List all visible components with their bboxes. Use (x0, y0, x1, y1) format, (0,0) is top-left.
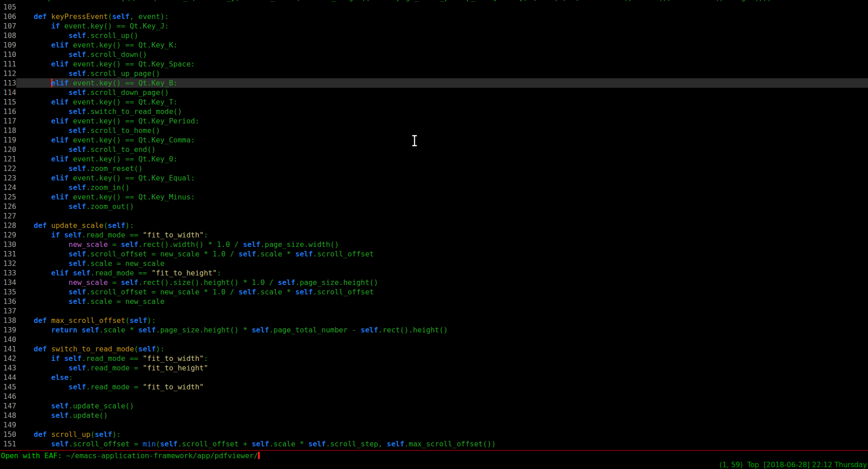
code-text: self.scroll_up() (16, 31, 868, 40)
code-text: elif event.key() == Qt.Key_Period: (16, 116, 868, 126)
code-line-111[interactable]: 111 elif event.key() == Qt.Key_Space: (0, 59, 868, 69)
line-number: 131 (0, 249, 16, 259)
code-line-135[interactable]: 135 self.scroll_offset = new_scale * 1.0… (0, 287, 868, 297)
code-line-114[interactable]: 114 self.scroll_down_page() (0, 88, 868, 97)
code-text: def update_scale(self): (16, 221, 868, 230)
code-line-117[interactable]: 117 elif event.key() == Qt.Key_Period: (0, 116, 868, 126)
code-line-137[interactable]: 137 (0, 306, 868, 316)
code-line-120[interactable]: 120 self.scroll_to_end() (0, 145, 868, 154)
code-line-123[interactable]: 123 elif event.key() == Qt.Key_Equal: (0, 173, 868, 183)
code-line-113[interactable]: 113 elif event.key() == Qt.Key_B: (0, 78, 868, 88)
code-text: self.update_scale() (16, 401, 868, 411)
code-line-148[interactable]: 148 self.update() (0, 411, 868, 420)
code-line-128[interactable]: 128 def update_scale(self): (0, 221, 868, 230)
minibuffer-prompt: Open with EAF: (1, 451, 67, 460)
code-text: if self.read_mode == "fit_to_width": (16, 354, 868, 363)
code-line-130[interactable]: 130 new_scale = self.rect().width() * 1.… (0, 240, 868, 249)
code-text (16, 335, 868, 344)
line-number: 135 (0, 287, 16, 297)
code-text: self.scroll_offset = min(self.scroll_off… (16, 439, 868, 449)
code-text: self.read_mode = "fit_to_width" (16, 382, 868, 392)
code-line-112[interactable]: 112 self.scroll_up_page() (0, 69, 868, 78)
code-text: self.zoom_reset() (16, 164, 868, 173)
code-text: def keyPressEvent(self, event): (16, 12, 868, 21)
line-number: 129 (0, 230, 16, 240)
line-number: 145 (0, 382, 16, 392)
minibuffer-input-value[interactable]: ~/emacs-application-framework/app/pdfvie… (67, 451, 258, 460)
line-number: 121 (0, 154, 16, 164)
line-number: 111 (0, 59, 16, 69)
line-number: 133 (0, 268, 16, 278)
code-line-132[interactable]: 132 self.scale = new_scale (0, 259, 868, 268)
line-number: 137 (0, 306, 16, 316)
code-text: elif event.key() == Qt.Key_0: (16, 154, 868, 164)
code-line-151[interactable]: 151 self.scroll_offset = min(self.scroll… (0, 439, 868, 449)
code-line-106[interactable]: 106 def keyPressEvent(self, event): (0, 12, 868, 21)
code-text: new_scale = self.rect().size().height() … (16, 278, 868, 287)
code-line-116[interactable]: 116 self.switch_to_read_mode() (0, 107, 868, 116)
code-line-143[interactable]: 143 self.read_mode = "fit_to_height" (0, 363, 868, 373)
code-text: new_scale = self.rect().width() * 1.0 / … (16, 240, 868, 249)
code-text: self.scroll_down() (16, 50, 868, 59)
code-line-105[interactable]: 105 (0, 2, 868, 12)
code-line-125[interactable]: 125 elif event.key() == Qt.Key_Minus: (0, 192, 868, 202)
code-text: elif event.key() == Qt.Key_B: (16, 78, 868, 88)
line-number: 149 (0, 420, 16, 430)
code-line-119[interactable]: 119 elif event.key() == Qt.Key_Comma: (0, 135, 868, 145)
code-line-145[interactable]: 145 self.read_mode = "fit_to_width" (0, 382, 868, 392)
line-number: 147 (0, 401, 16, 411)
line-number: 119 (0, 135, 16, 145)
code-text: if self.read_mode == "fit_to_width": (16, 230, 868, 240)
line-number: 105 (0, 2, 16, 12)
code-text: elif self.read_mode == "fit_to_height": (16, 268, 868, 278)
line-number: 108 (0, 31, 16, 40)
code-line-115[interactable]: 115 elif event.key() == Qt.Key_T: (0, 97, 868, 107)
code-text (16, 2, 868, 12)
code-line-127[interactable]: 127 (0, 211, 868, 221)
line-number: 144 (0, 373, 16, 382)
minibuffer[interactable]: Open with EAF: ~/emacs-application-frame… (0, 451, 868, 460)
code-line-131[interactable]: 131 self.scroll_offset = new_scale * 1.0… (0, 249, 868, 259)
code-line-118[interactable]: 118 self.scroll_to_home() (0, 126, 868, 135)
code-line-149[interactable]: 149 (0, 420, 868, 430)
code-line-150[interactable]: 150 def scroll_up(self): (0, 430, 868, 439)
code-line-141[interactable]: 141 def switch_to_read_mode(self): (0, 344, 868, 354)
line-number: 148 (0, 411, 16, 420)
code-text: elif event.key() == Qt.Key_Comma: (16, 135, 868, 145)
code-line-122[interactable]: 122 self.zoom_reset() (0, 164, 868, 173)
line-number: 118 (0, 126, 16, 135)
line-number: 151 (0, 439, 16, 449)
code-line-146[interactable]: 146 (0, 392, 868, 401)
code-line-134[interactable]: 134 new_scale = self.rect().size().heigh… (0, 278, 868, 287)
code-line-129[interactable]: 129 if self.read_mode == "fit_to_width": (0, 230, 868, 240)
line-number: 109 (0, 40, 16, 50)
code-line-144[interactable]: 144 else: (0, 373, 868, 382)
code-text (16, 420, 868, 430)
code-text (16, 392, 868, 401)
code-line-126[interactable]: 126 self.zoom_out() (0, 202, 868, 211)
code-line-109[interactable]: 109 elif event.key() == Qt.Key_K: (0, 40, 868, 50)
code-line-136[interactable]: 136 self.scale = new_scale (0, 297, 868, 306)
code-line-107[interactable]: 107 if event.key() == Qt.Key_J: (0, 21, 868, 31)
code-text: self.scroll_offset = new_scale * 1.0 / s… (16, 249, 868, 259)
line-number: 107 (0, 21, 16, 31)
code-line-108[interactable]: 108 self.scroll_up() (0, 31, 868, 40)
code-line-142[interactable]: 142 if self.read_mode == "fit_to_width": (0, 354, 868, 363)
code-line-140[interactable]: 140 (0, 335, 868, 344)
code-line-138[interactable]: 138 def max_scroll_offset(self): (0, 316, 868, 325)
code-line-124[interactable]: 124 self.zoom_in() (0, 183, 868, 192)
code-line-133[interactable]: 133 elif self.read_mode == "fit_to_heigh… (0, 268, 868, 278)
line-number: 138 (0, 316, 16, 325)
code-line-147[interactable]: 147 self.update_scale() (0, 401, 868, 411)
line-number: 117 (0, 116, 16, 126)
code-text: def switch_to_read_mode(self): (16, 344, 868, 354)
line-number: 123 (0, 173, 16, 183)
code-line-121[interactable]: 121 elif event.key() == Qt.Key_0: (0, 154, 868, 164)
line-number: 150 (0, 430, 16, 439)
code-line-139[interactable]: 139 return self.scale * self.page_size.h… (0, 325, 868, 335)
code-area[interactable]: 105106 def keyPressEvent(self, event):10… (0, 2, 868, 449)
code-line-110[interactable]: 110 self.scroll_down() (0, 50, 868, 59)
line-number: 115 (0, 97, 16, 107)
code-text: else: (16, 373, 868, 382)
line-number: 141 (0, 344, 16, 354)
